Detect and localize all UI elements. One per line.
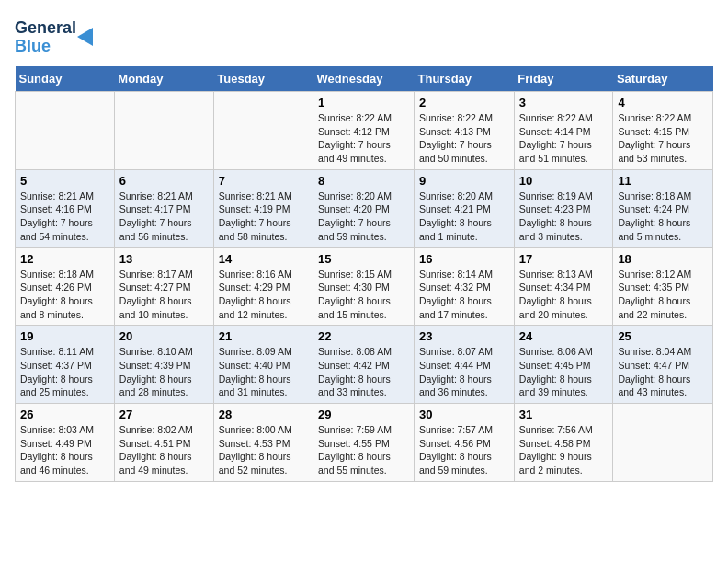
- day-info: Sunrise: 7:56 AM Sunset: 4:58 PM Dayligh…: [519, 423, 609, 477]
- day-cell: [16, 92, 115, 170]
- svg-text:Blue: Blue: [15, 37, 51, 55]
- day-cell: 13Sunrise: 8:17 AM Sunset: 4:27 PM Dayli…: [114, 247, 213, 326]
- day-info: Sunrise: 8:07 AM Sunset: 4:44 PM Dayligh…: [419, 345, 509, 399]
- day-info: Sunrise: 8:10 AM Sunset: 4:39 PM Dayligh…: [119, 345, 209, 399]
- day-cell: 26Sunrise: 8:03 AM Sunset: 4:49 PM Dayli…: [16, 404, 115, 482]
- day-cell: 2Sunrise: 8:22 AM Sunset: 4:13 PM Daylig…: [415, 92, 515, 170]
- day-number: 19: [20, 329, 109, 343]
- calendar-table: SundayMondayTuesdayWednesdayThursdayFrid…: [15, 66, 713, 482]
- day-cell: 11Sunrise: 8:18 AM Sunset: 4:24 PM Dayli…: [613, 169, 713, 247]
- week-row-3: 12Sunrise: 8:18 AM Sunset: 4:26 PM Dayli…: [16, 247, 713, 326]
- day-cell: 10Sunrise: 8:19 AM Sunset: 4:23 PM Dayli…: [514, 169, 613, 247]
- day-number: 13: [119, 252, 209, 266]
- svg-text:General: General: [15, 18, 76, 37]
- day-number: 8: [318, 174, 409, 188]
- page-header: General Blue: [15, 15, 713, 55]
- day-cell: 5Sunrise: 8:21 AM Sunset: 4:16 PM Daylig…: [16, 169, 115, 247]
- header-row: SundayMondayTuesdayWednesdayThursdayFrid…: [16, 66, 713, 92]
- day-cell: 24Sunrise: 8:06 AM Sunset: 4:45 PM Dayli…: [514, 326, 613, 404]
- day-number: 4: [618, 96, 708, 109]
- day-number: 27: [119, 408, 209, 421]
- day-cell: [213, 92, 313, 170]
- day-cell: 31Sunrise: 7:56 AM Sunset: 4:58 PM Dayli…: [514, 404, 613, 482]
- day-cell: [613, 404, 713, 482]
- day-number: 6: [119, 174, 209, 188]
- day-number: 24: [519, 329, 609, 343]
- day-number: 1: [318, 96, 409, 109]
- day-info: Sunrise: 8:08 AM Sunset: 4:42 PM Dayligh…: [318, 345, 409, 399]
- day-info: Sunrise: 7:59 AM Sunset: 4:55 PM Dayligh…: [318, 423, 409, 477]
- day-cell: 22Sunrise: 8:08 AM Sunset: 4:42 PM Dayli…: [313, 326, 415, 404]
- day-info: Sunrise: 8:19 AM Sunset: 4:23 PM Dayligh…: [519, 190, 609, 244]
- svg-marker-1: [77, 28, 93, 46]
- day-cell: 29Sunrise: 7:59 AM Sunset: 4:55 PM Dayli…: [313, 404, 415, 482]
- day-number: 29: [318, 408, 409, 421]
- day-info: Sunrise: 8:21 AM Sunset: 4:17 PM Dayligh…: [119, 190, 209, 244]
- day-cell: 20Sunrise: 8:10 AM Sunset: 4:39 PM Dayli…: [114, 326, 213, 404]
- day-info: Sunrise: 8:22 AM Sunset: 4:12 PM Dayligh…: [318, 111, 409, 166]
- day-info: Sunrise: 8:22 AM Sunset: 4:15 PM Dayligh…: [618, 111, 708, 166]
- day-cell: 8Sunrise: 8:20 AM Sunset: 4:20 PM Daylig…: [313, 169, 415, 247]
- day-cell: 19Sunrise: 8:11 AM Sunset: 4:37 PM Dayli…: [16, 326, 115, 404]
- day-info: Sunrise: 8:15 AM Sunset: 4:30 PM Dayligh…: [318, 268, 409, 322]
- day-cell: 16Sunrise: 8:14 AM Sunset: 4:32 PM Dayli…: [415, 247, 515, 326]
- day-number: 2: [419, 96, 509, 109]
- day-header-sunday: Sunday: [16, 66, 115, 92]
- day-cell: 25Sunrise: 8:04 AM Sunset: 4:47 PM Dayli…: [613, 326, 713, 404]
- day-cell: 15Sunrise: 8:15 AM Sunset: 4:30 PM Dayli…: [313, 247, 415, 326]
- day-info: Sunrise: 8:04 AM Sunset: 4:47 PM Dayligh…: [618, 345, 708, 399]
- day-number: 11: [618, 174, 708, 188]
- day-number: 22: [318, 329, 409, 343]
- day-info: Sunrise: 8:06 AM Sunset: 4:45 PM Dayligh…: [519, 345, 609, 399]
- day-header-saturday: Saturday: [613, 66, 713, 92]
- day-info: Sunrise: 8:21 AM Sunset: 4:19 PM Dayligh…: [219, 190, 308, 244]
- day-info: Sunrise: 8:20 AM Sunset: 4:21 PM Dayligh…: [419, 190, 509, 244]
- day-number: 16: [419, 252, 509, 266]
- day-number: 18: [618, 252, 708, 266]
- day-number: 12: [20, 252, 109, 266]
- day-info: Sunrise: 8:03 AM Sunset: 4:49 PM Dayligh…: [20, 423, 109, 477]
- day-cell: 14Sunrise: 8:16 AM Sunset: 4:29 PM Dayli…: [213, 247, 313, 326]
- day-info: Sunrise: 8:18 AM Sunset: 4:26 PM Dayligh…: [20, 268, 109, 322]
- day-number: 9: [419, 174, 509, 188]
- day-info: Sunrise: 8:18 AM Sunset: 4:24 PM Dayligh…: [618, 190, 708, 244]
- day-cell: 18Sunrise: 8:12 AM Sunset: 4:35 PM Dayli…: [613, 247, 713, 326]
- day-info: Sunrise: 8:22 AM Sunset: 4:13 PM Dayligh…: [419, 111, 509, 166]
- day-cell: 4Sunrise: 8:22 AM Sunset: 4:15 PM Daylig…: [613, 92, 713, 170]
- day-info: Sunrise: 8:02 AM Sunset: 4:51 PM Dayligh…: [119, 423, 209, 477]
- day-cell: 23Sunrise: 8:07 AM Sunset: 4:44 PM Dayli…: [415, 326, 515, 404]
- day-number: 20: [119, 329, 209, 343]
- day-number: 7: [219, 174, 308, 188]
- week-row-1: 1Sunrise: 8:22 AM Sunset: 4:12 PM Daylig…: [16, 92, 713, 170]
- day-info: Sunrise: 8:09 AM Sunset: 4:40 PM Dayligh…: [219, 345, 308, 399]
- day-info: Sunrise: 8:16 AM Sunset: 4:29 PM Dayligh…: [219, 268, 308, 322]
- day-info: Sunrise: 8:13 AM Sunset: 4:34 PM Dayligh…: [519, 268, 609, 322]
- day-info: Sunrise: 8:22 AM Sunset: 4:14 PM Dayligh…: [519, 111, 609, 166]
- day-number: 14: [219, 252, 308, 266]
- day-header-friday: Friday: [514, 66, 613, 92]
- day-info: Sunrise: 7:57 AM Sunset: 4:56 PM Dayligh…: [419, 423, 509, 477]
- day-number: 30: [419, 408, 509, 421]
- day-number: 15: [318, 252, 409, 266]
- day-number: 21: [219, 329, 308, 343]
- day-cell: 6Sunrise: 8:21 AM Sunset: 4:17 PM Daylig…: [114, 169, 213, 247]
- logo: General Blue: [15, 15, 97, 55]
- day-cell: 7Sunrise: 8:21 AM Sunset: 4:19 PM Daylig…: [213, 169, 313, 247]
- day-info: Sunrise: 8:00 AM Sunset: 4:53 PM Dayligh…: [219, 423, 308, 477]
- day-number: 25: [618, 329, 708, 343]
- day-header-monday: Monday: [114, 66, 213, 92]
- day-number: 28: [219, 408, 308, 421]
- day-info: Sunrise: 8:11 AM Sunset: 4:37 PM Dayligh…: [20, 345, 109, 399]
- day-info: Sunrise: 8:17 AM Sunset: 4:27 PM Dayligh…: [119, 268, 209, 322]
- week-row-5: 26Sunrise: 8:03 AM Sunset: 4:49 PM Dayli…: [16, 404, 713, 482]
- day-info: Sunrise: 8:14 AM Sunset: 4:32 PM Dayligh…: [419, 268, 509, 322]
- day-cell: 17Sunrise: 8:13 AM Sunset: 4:34 PM Dayli…: [514, 247, 613, 326]
- logo-svg: General Blue: [15, 15, 97, 55]
- day-number: 26: [20, 408, 109, 421]
- day-number: 17: [519, 252, 609, 266]
- day-cell: 21Sunrise: 8:09 AM Sunset: 4:40 PM Dayli…: [213, 326, 313, 404]
- day-cell: 27Sunrise: 8:02 AM Sunset: 4:51 PM Dayli…: [114, 404, 213, 482]
- day-cell: 3Sunrise: 8:22 AM Sunset: 4:14 PM Daylig…: [514, 92, 613, 170]
- day-header-wednesday: Wednesday: [313, 66, 415, 92]
- day-cell: 9Sunrise: 8:20 AM Sunset: 4:21 PM Daylig…: [415, 169, 515, 247]
